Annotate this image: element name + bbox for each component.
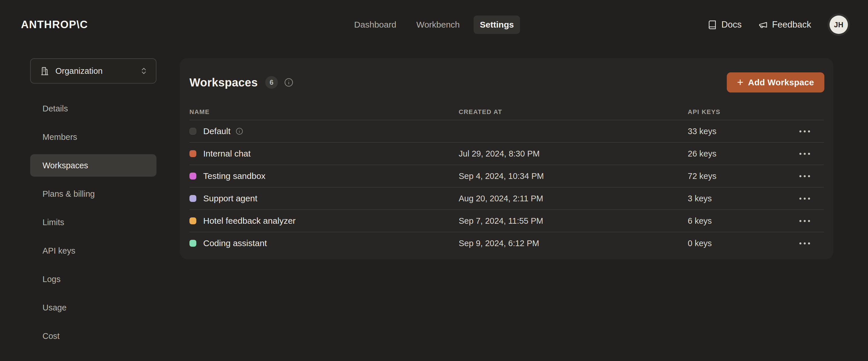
workspaces-info-trigger[interactable] <box>284 78 293 87</box>
workspace-api-keys: 33 keys <box>688 127 785 136</box>
row-actions-menu-button[interactable] <box>797 216 813 226</box>
docs-link[interactable]: Docs <box>708 20 742 30</box>
row-actions-menu-button[interactable] <box>797 193 813 204</box>
page-title: Workspaces <box>189 76 258 89</box>
workspace-name: Default <box>203 126 230 136</box>
row-actions-menu-button[interactable] <box>797 171 813 181</box>
column-header-created-at: CREATED AT <box>459 108 688 116</box>
workspace-color-swatch <box>189 128 196 135</box>
row-actions-menu-button[interactable] <box>797 149 813 159</box>
organization-selector[interactable]: Organization <box>30 58 156 84</box>
topbar-right-cluster: Docs Feedback JH <box>708 16 848 34</box>
info-icon <box>236 127 243 135</box>
plus-icon: + <box>737 77 743 88</box>
sidebar-item-usage[interactable]: Usage <box>30 296 156 319</box>
workspace-name: Hotel feedback analyzer <box>203 216 296 226</box>
feedback-link[interactable]: Feedback <box>758 20 811 30</box>
add-workspace-button[interactable]: + Add Workspace <box>727 72 825 92</box>
sidebar-menu: Details Members Workspaces Plans & billi… <box>30 97 156 353</box>
chevron-up-down-icon <box>140 67 148 75</box>
table-row-hotel-feedback-analyzer[interactable]: Hotel feedback analyzer Sep 7, 2024, 11:… <box>189 209 824 232</box>
feedback-label: Feedback <box>772 20 811 30</box>
table-row-testing-sandbox[interactable]: Testing sandbox Sep 4, 2024, 10:34 PM 72… <box>189 164 824 187</box>
workspace-name: Coding assistant <box>203 238 267 248</box>
table-row-default[interactable]: Default 33 keys <box>189 120 824 142</box>
workspace-created-at: Aug 20, 2024, 2:11 PM <box>459 194 688 203</box>
sidebar-item-logs[interactable]: Logs <box>30 268 156 290</box>
workspace-api-keys: 3 keys <box>688 194 785 203</box>
sidebar-item-plans-billing[interactable]: Plans & billing <box>30 183 156 205</box>
sidebar-item-workspaces[interactable]: Workspaces <box>30 154 156 177</box>
workspace-name: Support agent <box>203 193 257 203</box>
sidebar-item-limits[interactable]: Limits <box>30 211 156 234</box>
sidebar-item-details[interactable]: Details <box>30 97 156 120</box>
workspace-count-badge: 6 <box>265 76 278 89</box>
workspace-color-swatch <box>189 150 196 157</box>
sidebar-item-api-keys[interactable]: API keys <box>30 240 156 262</box>
organization-label: Organization <box>55 66 140 76</box>
book-icon <box>708 20 717 30</box>
nav-settings[interactable]: Settings <box>474 16 520 34</box>
workspaces-panel: Workspaces 6 + Add Workspace NAME CREATE… <box>180 58 833 259</box>
column-header-name: NAME <box>189 108 459 116</box>
nav-dashboard[interactable]: Dashboard <box>348 16 403 34</box>
top-navigation-bar: ANTHROP\C Dashboard Workbench Settings D… <box>0 0 868 50</box>
workspace-api-keys: 6 keys <box>688 216 785 226</box>
settings-sidebar: Organization Details Members Workspaces … <box>0 50 172 361</box>
add-workspace-label: Add Workspace <box>748 78 814 87</box>
nav-workbench[interactable]: Workbench <box>410 16 466 34</box>
user-avatar[interactable]: JH <box>830 16 848 34</box>
default-info-trigger[interactable] <box>236 127 243 135</box>
workspace-color-swatch <box>189 217 196 224</box>
row-actions-menu-button[interactable] <box>797 238 813 248</box>
table-row-internal-chat[interactable]: Internal chat Jul 29, 2024, 8:30 PM 26 k… <box>189 142 824 164</box>
workspaces-table: NAME CREATED AT API KEYS Default 33 keys <box>189 104 824 254</box>
workspace-color-swatch <box>189 173 196 180</box>
workspace-created-at: Sep 9, 2024, 6:12 PM <box>459 239 688 248</box>
workspace-name: Internal chat <box>203 149 251 158</box>
table-row-coding-assistant[interactable]: Coding assistant Sep 9, 2024, 6:12 PM 0 … <box>189 232 824 254</box>
workspace-color-swatch <box>189 195 196 202</box>
workspace-created-at: Sep 7, 2024, 11:55 PM <box>459 216 688 226</box>
building-icon <box>40 66 49 76</box>
workspace-api-keys: 0 keys <box>688 239 785 248</box>
docs-label: Docs <box>721 20 742 30</box>
anthropic-logo: ANTHROP\C <box>21 19 88 31</box>
workspaces-header: Workspaces 6 + Add Workspace <box>180 58 833 104</box>
row-actions-menu-button[interactable] <box>797 126 813 137</box>
table-row-support-agent[interactable]: Support agent Aug 20, 2024, 2:11 PM 3 ke… <box>189 187 824 209</box>
primary-nav: Dashboard Workbench Settings <box>348 16 520 34</box>
megaphone-icon <box>758 20 768 30</box>
sidebar-item-members[interactable]: Members <box>30 126 156 148</box>
table-header-row: NAME CREATED AT API KEYS <box>189 104 824 120</box>
workspace-created-at: Jul 29, 2024, 8:30 PM <box>459 149 688 158</box>
sidebar-item-cost[interactable]: Cost <box>30 325 156 347</box>
workspace-api-keys: 72 keys <box>688 172 785 181</box>
workspace-created-at: Sep 4, 2024, 10:34 PM <box>459 172 688 181</box>
info-icon <box>284 78 293 87</box>
workspace-color-swatch <box>189 240 196 247</box>
workspace-name: Testing sandbox <box>203 171 266 181</box>
workspace-api-keys: 26 keys <box>688 149 785 158</box>
column-header-api-keys: API KEYS <box>688 108 785 116</box>
